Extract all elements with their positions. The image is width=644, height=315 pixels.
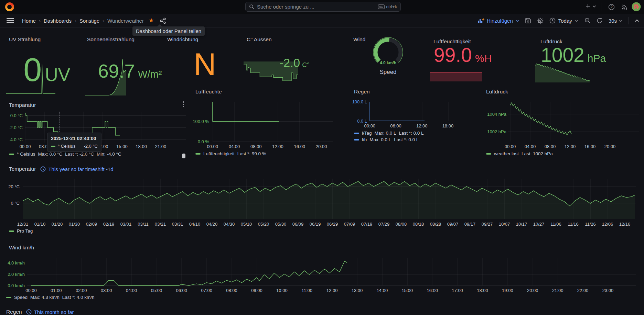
wind-tag-chart[interactable]	[27, 258, 636, 285]
regen-monat-link-text: This month so far	[34, 309, 74, 315]
legend-last: Last *: 4.0 km/h	[62, 295, 95, 300]
legend-max: Max: 4.3 km/h	[30, 295, 60, 300]
tooltip-value: -2.0 °C	[84, 144, 98, 149]
legend-swatch	[6, 297, 11, 298]
wind-tag-x-axis: 00:0001:0002:0003:0004:0005:0006:0007:00…	[19, 288, 621, 293]
legend-series-name[interactable]: Speed	[14, 295, 28, 300]
regen-monat-link[interactable]: This month so far	[26, 309, 74, 315]
panel-title-regen-monat: Regen	[6, 309, 22, 315]
chart-tooltip: 2025-12-21 02:40:00 ° Celsius -2.0 °C	[47, 133, 101, 152]
tooltip-series: ° Celsius	[58, 144, 75, 149]
wind-tag-legend: Speed Max: 4.3 km/h Last *: 4.0 km/h	[6, 295, 95, 300]
info-clock-icon	[26, 309, 32, 315]
tooltip-time: 2025-12-21 02:40:00	[51, 136, 98, 141]
tooltip-swatch	[51, 146, 55, 147]
